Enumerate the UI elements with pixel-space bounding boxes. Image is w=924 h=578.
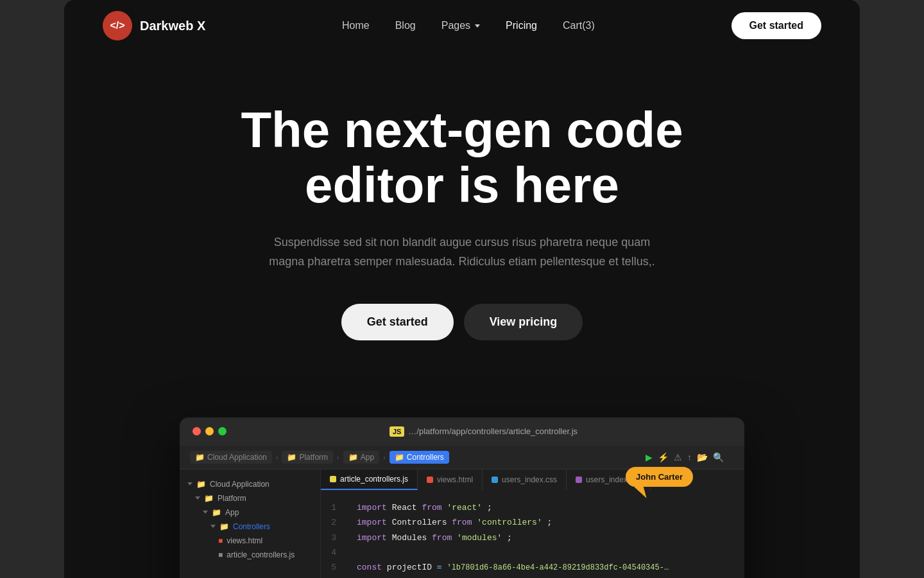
warning-icon[interactable]: ⚠ xyxy=(674,452,682,462)
cursor-area xyxy=(636,486,645,500)
tab-badge-css xyxy=(492,477,498,483)
chevron-down-icon xyxy=(210,525,216,528)
browser-window: </> Darkweb X Home Blog Pages Pricing Ca… xyxy=(64,0,860,578)
file-tab-article[interactable]: article_controllers.js xyxy=(321,469,418,490)
search-toolbar-icon[interactable]: 🔍 xyxy=(713,452,724,462)
code-editor: JS …/platform/app/controllers/article_co… xyxy=(180,417,744,578)
code-line-4 xyxy=(357,545,734,560)
file-icon-orange: ■ xyxy=(218,536,223,545)
traffic-light-yellow[interactable] xyxy=(205,427,214,435)
traffic-light-red[interactable] xyxy=(193,427,201,435)
cursor-arrow-icon xyxy=(634,485,646,501)
folder-icon: 📁 xyxy=(348,453,358,462)
breadcrumb-platform[interactable]: 📁 Platform xyxy=(282,451,333,464)
folder-icon: 📁 xyxy=(212,508,221,517)
tree-item-app[interactable]: 📁 App xyxy=(180,505,320,520)
chevron-down-icon xyxy=(475,24,480,28)
logo-icon: </> xyxy=(103,11,132,40)
nav-link-blog[interactable]: Blog xyxy=(395,20,416,31)
upload-icon[interactable]: ↑ xyxy=(687,452,692,462)
hero-buttons: Get started View pricing xyxy=(103,304,821,340)
editor-toolbar: ▶ ⚡ ⚠ ↑ 📂 🔍 xyxy=(646,452,734,462)
nav-link-cart[interactable]: Cart(3) xyxy=(563,20,595,31)
traffic-light-green[interactable] xyxy=(218,427,227,435)
debug-icon[interactable]: ⚡ xyxy=(658,452,669,462)
code-line-3: import Modules from 'modules' ; xyxy=(357,530,734,545)
sidebar-panel: 📁 Cloud Application 📁 Platform 📁 App 📁 xyxy=(180,469,321,578)
chevron-down-icon xyxy=(195,496,200,500)
file-icon: ■ xyxy=(218,550,223,559)
user-badge: John Carter xyxy=(626,467,693,487)
tab-badge-html xyxy=(427,477,433,483)
tab-badge-js xyxy=(330,476,336,482)
tree-item-platform[interactable]: 📁 Platform xyxy=(180,491,320,505)
folder-icon-blue: 📁 xyxy=(219,522,229,531)
breadcrumb-cloud[interactable]: 📁 Cloud Application xyxy=(190,451,272,464)
editor-filepath: JS …/platform/app/controllers/article_co… xyxy=(235,426,732,437)
tree-item-article[interactable]: ■ article_controllers.js xyxy=(180,548,320,562)
folder-icon: 📁 xyxy=(196,480,206,489)
code-line-1: import React from 'react' ; xyxy=(357,500,734,515)
breadcrumb-bar: 📁 Cloud Application › 📁 Platform › 📁 App… xyxy=(180,446,744,469)
folder-icon: 📁 xyxy=(287,453,296,462)
line-numbers: 1 2 3 4 5 6 xyxy=(321,500,346,578)
tree-item-views[interactable]: ■ views.html xyxy=(180,534,320,548)
code-lines: import React from 'react' ; import Contr… xyxy=(346,500,744,578)
folder-icon: 📁 xyxy=(195,453,205,462)
hero-view-pricing-button[interactable]: View pricing xyxy=(464,304,583,340)
nav-link-pricing[interactable]: Pricing xyxy=(506,20,537,31)
tab-badge-css2 xyxy=(576,477,582,483)
file-tab-views[interactable]: views.html xyxy=(418,469,483,490)
chevron-down-icon xyxy=(203,511,208,514)
folder-open-icon[interactable]: 📂 xyxy=(697,452,708,462)
code-content: 1 2 3 4 5 6 import React from 'react' xyxy=(321,490,744,578)
hero-title: The next-gen code editor is here xyxy=(205,103,719,213)
logo-icon-text: </> xyxy=(110,20,124,31)
nav-get-started-button[interactable]: Get started xyxy=(732,12,821,39)
nav-links: Home Blog Pages Pricing Cart(3) xyxy=(342,20,595,31)
file-tab-users-css[interactable]: users_index.css xyxy=(483,469,567,490)
folder-icon: 📁 xyxy=(204,494,214,503)
editor-titlebar: JS …/platform/app/controllers/article_co… xyxy=(180,417,744,446)
folder-icon-active: 📁 xyxy=(395,453,404,462)
code-line-6: const is_localhost = Boolean ; xyxy=(357,575,734,578)
nav-link-home[interactable]: Home xyxy=(342,20,370,31)
logo-area[interactable]: </> Darkweb X xyxy=(103,11,205,40)
hero-get-started-button[interactable]: Get started xyxy=(341,304,454,340)
breadcrumb-app[interactable]: 📁 App xyxy=(343,451,379,464)
hero-subtitle: Suspendisse sed sit non blandit augue cu… xyxy=(263,232,661,272)
code-line-5: const projectID = 'lb7801d6-8a66-4be4-a4… xyxy=(357,560,734,575)
code-line-2: import Controllers from 'controllers' ; xyxy=(357,515,734,530)
nav-link-pages[interactable]: Pages xyxy=(441,20,480,31)
js-badge: JS xyxy=(389,426,404,437)
navbar: </> Darkweb X Home Blog Pages Pricing Ca… xyxy=(64,0,860,51)
hero-section: The next-gen code editor is here Suspend… xyxy=(64,51,860,379)
traffic-lights xyxy=(193,427,227,435)
breadcrumb-controllers[interactable]: 📁 Controllers xyxy=(389,451,449,464)
run-icon[interactable]: ▶ xyxy=(646,452,653,462)
chevron-down-icon xyxy=(187,482,193,486)
tree-item-controllers[interactable]: 📁 Controllers xyxy=(180,520,320,534)
filepath-text: …/platform/app/controllers/article_contr… xyxy=(408,426,578,436)
logo-text: Darkweb X xyxy=(140,19,205,33)
tree-item-cloud[interactable]: 📁 Cloud Application xyxy=(180,477,320,491)
